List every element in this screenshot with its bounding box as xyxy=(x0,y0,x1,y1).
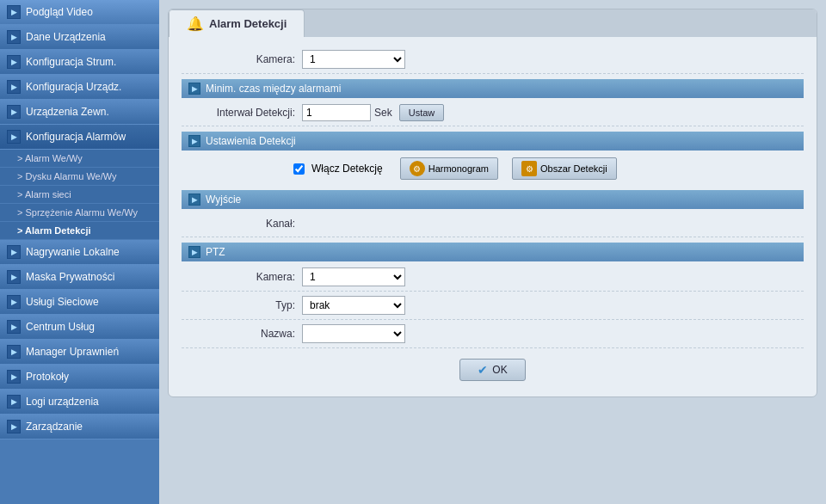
ustaw-button[interactable]: Ustaw xyxy=(399,104,445,121)
sidebar-item-podglad-video[interactable]: ▶ Podgląd Video xyxy=(0,0,159,25)
zarzadzanie-icon: ▶ xyxy=(7,420,21,433)
typ-select[interactable]: brak preset cruise track xyxy=(302,296,405,315)
kamera-select[interactable]: 1 2 3 4 xyxy=(302,50,405,69)
sidebar-item-konfiguracja-urzadz[interactable]: ▶ Konfiguracja Urządz. xyxy=(0,75,159,100)
sidebar-item-logi-urzadzenia[interactable]: ▶ Logi urządzenia xyxy=(0,390,159,415)
interwal-label: Interwał Detekcji: xyxy=(182,107,302,119)
nazwa-select[interactable] xyxy=(302,324,405,343)
harmonogram-button[interactable]: ⚙ Harmonogram xyxy=(400,157,498,180)
ptz-kamera-row: Kamera: 1 2 3 4 xyxy=(182,263,804,292)
section-minim-icon: ▶ xyxy=(188,83,200,95)
wlacz-detekcje-label: Włącz Detekcję xyxy=(311,163,383,175)
manager-uprawnien-icon: ▶ xyxy=(7,345,21,359)
sidebar-sub-alarm-detekcji[interactable]: Alarm Detekcji xyxy=(0,222,159,240)
nagrywanie-lokalne-icon: ▶ xyxy=(7,245,21,259)
sidebar-item-manager-uprawnien[interactable]: ▶ Manager Uprawnień xyxy=(0,340,159,365)
main-content: 🔔 Alarm Detekcji Kamera: 1 2 3 4 ▶ Minim… xyxy=(159,0,826,504)
section-wyjscie-icon: ▶ xyxy=(188,194,200,206)
sidebar-sub-alarm-sieci[interactable]: Alarm sieci xyxy=(0,186,159,204)
sidebar-item-nagrywanie-lokalne[interactable]: ▶ Nagrywanie Lokalne xyxy=(0,240,159,265)
wlacz-detekcje-row: Włącz Detekcję ⚙ Harmonogram ⚙ Obszar De… xyxy=(182,152,804,185)
typ-row: Typ: brak preset cruise track xyxy=(182,292,804,320)
obszar-icon: ⚙ xyxy=(521,161,537,176)
uslugi-sieciowe-icon: ▶ xyxy=(7,295,21,309)
sidebar-item-protokoly[interactable]: ▶ Protokoły xyxy=(0,365,159,390)
sidebar-item-urzadzenia-zewn[interactable]: ▶ Urządzenia Zewn. xyxy=(0,100,159,125)
card-tab: 🔔 Alarm Detekcji xyxy=(169,9,817,37)
kanal-label: Kanał: xyxy=(182,218,302,230)
sidebar-item-uslugi-sieciowe[interactable]: ▶ Usługi Sieciowe xyxy=(0,290,159,315)
protokoly-icon: ▶ xyxy=(7,370,21,384)
logi-urzadzenia-icon: ▶ xyxy=(7,395,21,409)
wlacz-detekcje-checkbox[interactable] xyxy=(293,163,305,175)
sidebar-item-centrum-uslug[interactable]: ▶ Centrum Usług xyxy=(0,315,159,340)
ptz-kamera-select[interactable]: 1 2 3 4 xyxy=(302,267,405,286)
interwal-input[interactable] xyxy=(302,104,371,121)
ok-icon: ✔ xyxy=(478,363,488,377)
nazwa-label: Nazwa: xyxy=(182,328,302,340)
kamera-row: Kamera: 1 2 3 4 xyxy=(182,46,804,74)
harmonogram-icon: ⚙ xyxy=(410,161,425,176)
section-ptz-icon: ▶ xyxy=(188,246,200,258)
sidebar-item-konfiguracja-strum[interactable]: ▶ Konfiguracja Strum. xyxy=(0,50,159,75)
sidebar-sub-alarm-we-wy[interactable]: Alarm We/Wy xyxy=(0,150,159,168)
nazwa-row: Nazwa: xyxy=(182,320,804,348)
centrum-uslug-icon: ▶ xyxy=(7,320,21,334)
ptz-kamera-label: Kamera: xyxy=(182,271,302,283)
sidebar-sub-dysku-alarmu-we-wy[interactable]: Dysku Alarmu We/Wy xyxy=(0,168,159,186)
sidebar-item-maska-prywatnosci[interactable]: ▶ Maska Prywatności xyxy=(0,265,159,290)
konfiguracja-strum-icon: ▶ xyxy=(7,55,21,69)
tab-icon: 🔔 xyxy=(187,15,204,32)
alarm-detekcji-card: 🔔 Alarm Detekcji Kamera: 1 2 3 4 ▶ Minim… xyxy=(168,9,817,397)
ok-row: ✔ OK xyxy=(182,348,804,388)
kanal-row: Kanał: xyxy=(182,211,804,237)
dane-urzadzenia-icon: ▶ xyxy=(7,30,21,44)
section-wyjscie: ▶ Wyjście xyxy=(182,190,804,209)
sidebar-item-zarzadzanie[interactable]: ▶ Zarządzanie xyxy=(0,415,159,439)
sek-label: Sek xyxy=(374,107,392,119)
section-ustawienia-icon: ▶ xyxy=(188,135,200,147)
section-ptz: ▶ PTZ xyxy=(182,243,804,261)
podglad-video-icon: ▶ xyxy=(7,5,21,19)
sidebar: ▶ Podgląd Video ▶ Dane Urządzenia ▶ Konf… xyxy=(0,0,159,504)
urzadzenia-zewn-icon: ▶ xyxy=(7,105,21,119)
konfiguracja-alarmow-icon: ▶ xyxy=(7,130,21,144)
sidebar-sub-sprzezenie-alarmu-we-wy[interactable]: Sprzężenie Alarmu We/Wy xyxy=(0,204,159,222)
maska-prywatnosci-icon: ▶ xyxy=(7,270,21,284)
section-minim: ▶ Minim. czas między alarmami xyxy=(182,79,804,98)
konfiguracja-urzadz-icon: ▶ xyxy=(7,80,21,94)
ok-button[interactable]: ✔ OK xyxy=(459,359,525,381)
section-ustawienia: ▶ Ustawienia Detekcji xyxy=(182,132,804,151)
sidebar-item-konfiguracja-alarmow[interactable]: ▶ Konfiguracja Alarmów xyxy=(0,125,159,150)
sidebar-item-dane-urzadzenia[interactable]: ▶ Dane Urządzenia xyxy=(0,25,159,50)
typ-label: Typ: xyxy=(182,299,302,311)
kamera-label: Kamera: xyxy=(182,53,302,65)
obszar-button[interactable]: ⚙ Obszar Detekcji xyxy=(512,157,617,180)
card-body: Kamera: 1 2 3 4 ▶ Minim. czas między ala… xyxy=(169,37,817,396)
interwal-row: Interwał Detekcji: Sek Ustaw xyxy=(182,100,804,126)
tab-alarm-detekcji[interactable]: 🔔 Alarm Detekcji xyxy=(169,9,305,37)
